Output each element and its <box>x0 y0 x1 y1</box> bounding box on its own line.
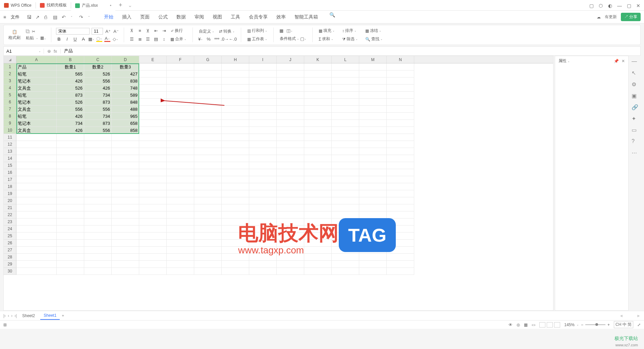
user-icon[interactable]: ◐ <box>608 3 612 8</box>
align-justify-icon[interactable]: ▤ <box>153 36 159 42</box>
panel-icon[interactable]: ▢ <box>589 3 594 8</box>
cell[interactable] <box>249 183 277 190</box>
cell[interactable] <box>277 218 304 226</box>
nav-formula[interactable]: 公式 <box>157 12 169 22</box>
cell[interactable]: 产品 <box>16 63 57 70</box>
cell[interactable] <box>359 127 387 134</box>
nav-view[interactable]: 视图 <box>211 12 223 22</box>
cell[interactable] <box>249 99 277 106</box>
cell[interactable]: 873 <box>84 99 112 106</box>
cell[interactable] <box>16 197 57 204</box>
cell[interactable] <box>277 127 304 134</box>
cell[interactable] <box>304 254 332 261</box>
cell[interactable] <box>194 162 222 169</box>
cell[interactable] <box>359 120 387 127</box>
cell[interactable] <box>57 226 84 233</box>
row-header[interactable]: 3 <box>4 78 16 85</box>
cell[interactable] <box>57 254 84 261</box>
cell[interactable]: 748 <box>112 85 139 92</box>
cell[interactable] <box>222 85 249 92</box>
search-icon[interactable]: 🔍 <box>329 12 335 22</box>
cell[interactable] <box>332 268 359 275</box>
cell[interactable] <box>249 134 277 141</box>
help-icon[interactable]: ? <box>632 138 638 144</box>
cell[interactable] <box>222 268 249 275</box>
cell[interactable] <box>112 190 139 197</box>
cell[interactable] <box>139 63 167 70</box>
cell[interactable] <box>167 120 194 127</box>
cell[interactable] <box>249 211 277 218</box>
cell[interactable] <box>57 268 84 275</box>
copy-icon[interactable]: ⿻ <box>26 29 30 34</box>
cell[interactable] <box>139 134 167 141</box>
cell[interactable] <box>167 106 194 113</box>
filter-button[interactable]: ⧩筛选⌄ <box>341 36 359 43</box>
cell[interactable] <box>194 226 222 233</box>
cell[interactable] <box>332 190 359 197</box>
cell[interactable] <box>16 176 57 183</box>
cell[interactable] <box>277 211 304 218</box>
cell[interactable] <box>249 233 277 240</box>
cell[interactable] <box>167 268 194 275</box>
cell[interactable] <box>359 106 387 113</box>
cell[interactable] <box>222 261 249 268</box>
cell[interactable] <box>249 190 277 197</box>
cell[interactable] <box>359 141 387 148</box>
cell[interactable] <box>16 204 57 211</box>
cursor-icon[interactable]: ↖ <box>632 70 638 76</box>
sheet-tab-1[interactable]: Sheet1 <box>40 312 60 320</box>
cell[interactable] <box>249 70 277 78</box>
cell[interactable] <box>332 106 359 113</box>
cell[interactable] <box>139 211 167 218</box>
cell[interactable] <box>194 127 222 134</box>
cell[interactable] <box>194 106 222 113</box>
grid-icon[interactable]: ▦ <box>524 322 528 327</box>
cell[interactable] <box>222 106 249 113</box>
cell[interactable]: 文具盒 <box>16 85 57 92</box>
cell[interactable] <box>84 155 112 162</box>
cell[interactable] <box>139 183 167 190</box>
settings-icon[interactable]: ⚙ <box>632 81 638 87</box>
cell[interactable] <box>304 211 332 218</box>
cell[interactable] <box>57 247 84 254</box>
pin-icon[interactable]: 📌 <box>614 59 619 63</box>
col-header-a[interactable]: A <box>16 56 57 63</box>
cell[interactable] <box>167 162 194 169</box>
cell[interactable] <box>277 134 304 141</box>
cell[interactable] <box>304 233 332 240</box>
cell[interactable] <box>359 204 387 211</box>
cell[interactable] <box>57 148 84 155</box>
cell[interactable] <box>387 218 414 226</box>
align-bottom-icon[interactable]: ⊻ <box>145 28 151 34</box>
cell[interactable] <box>387 127 414 134</box>
close-panel-icon[interactable]: ✕ <box>622 59 625 63</box>
cell[interactable] <box>139 204 167 211</box>
cell[interactable] <box>139 247 167 254</box>
cell[interactable] <box>387 254 414 261</box>
app-tab-wps[interactable]: WPS Office <box>0 0 36 11</box>
cell[interactable] <box>139 197 167 204</box>
cell[interactable] <box>249 162 277 169</box>
table-style-icon[interactable]: ▦ <box>278 28 284 34</box>
cell[interactable]: 873 <box>57 92 84 99</box>
cell[interactable] <box>139 226 167 233</box>
col-header-n[interactable]: N <box>387 56 414 63</box>
cell[interactable] <box>167 99 194 106</box>
cell[interactable] <box>222 233 249 240</box>
cell[interactable] <box>167 218 194 226</box>
cell[interactable] <box>277 183 304 190</box>
cell[interactable] <box>304 162 332 169</box>
cell[interactable] <box>277 226 304 233</box>
cell[interactable] <box>249 218 277 226</box>
table-format-icon[interactable]: ▢⌄ <box>300 36 306 42</box>
cell[interactable] <box>387 211 414 218</box>
hscroll-right-icon[interactable]: ► <box>637 313 641 318</box>
cell[interactable] <box>304 218 332 226</box>
cell[interactable] <box>387 63 414 70</box>
cell[interactable] <box>249 176 277 183</box>
cell[interactable] <box>222 70 249 78</box>
cell[interactable] <box>167 197 194 204</box>
cell[interactable]: 589 <box>112 92 139 99</box>
cell[interactable] <box>84 148 112 155</box>
cell[interactable] <box>332 78 359 85</box>
